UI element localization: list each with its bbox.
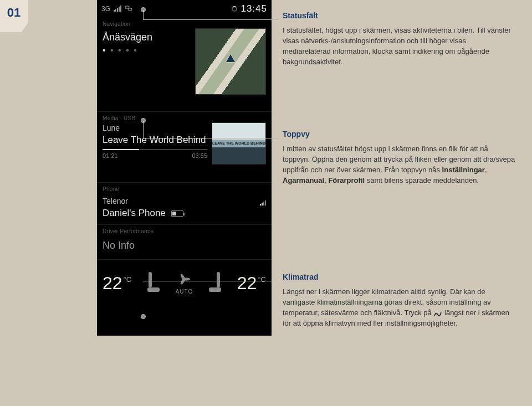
album-art-thumbnail: LEAVE THE WORLD BEHIND (212, 122, 266, 165)
nav-page-dots: • • • • • (103, 45, 191, 55)
section-title: Klimatrad (283, 271, 515, 282)
section-title: Statusfält (283, 10, 515, 21)
phone-carrier: Telenor (103, 197, 128, 205)
climate-left-temp[interactable]: 22 °C (103, 273, 131, 294)
navigation-tile[interactable]: Navigation Ånäsvägen • • • • • (97, 18, 272, 112)
climate-right-temp[interactable]: 22 °C (237, 273, 266, 294)
media-label: Media · USB (97, 112, 272, 122)
nav-arrow-icon (226, 54, 235, 62)
activity-spinner-icon (232, 6, 237, 12)
media-tile[interactable]: Media · USB Lune Leave The World Behind … (97, 112, 272, 183)
perf-value: No Info (103, 240, 266, 251)
pointer-dot (141, 118, 146, 123)
signal-bars-icon (114, 6, 121, 12)
perf-label: Driver Performance (97, 225, 272, 235)
section-body: I statusfältet, högst upp i skärmen, vis… (283, 25, 515, 67)
phone-tile[interactable]: Phone Telenor Daniel's Phone (97, 183, 272, 225)
battery-icon (171, 210, 183, 217)
fan-auto-button[interactable]: AUTO (176, 272, 193, 295)
section-statusfalt: Statusfält I statusfältet, högst upp i s… (283, 10, 515, 68)
conn-label: 3G (101, 5, 110, 13)
phone-device-name: Daniel's Phone (103, 208, 166, 219)
phone-mockup: 3G 13:45 Navigation Ånäsvägen • • • • • … (97, 0, 272, 336)
status-right: 13:45 (232, 3, 267, 14)
clock: 13:45 (241, 3, 267, 14)
section-klimatrad: Klimatrad Längst ner i skärmen ligger kl… (283, 271, 515, 329)
section-toppvy: Toppvy I mitten av statusfältet högst up… (283, 129, 515, 186)
link-icon (125, 5, 132, 13)
nav-map-thumbnail (195, 28, 266, 95)
phone-tile-label: Phone (97, 183, 272, 193)
pointer-line (143, 281, 278, 281)
pointer-dot (141, 7, 146, 12)
seat-heat-right-icon[interactable] (207, 272, 223, 294)
media-track: Leave The World Behind (103, 135, 207, 146)
media-time-elapsed: 01:21 (103, 152, 118, 159)
status-bar: 3G 13:45 (97, 0, 272, 18)
driver-performance-tile[interactable]: Driver Performance No Info (97, 225, 272, 260)
climate-bar[interactable]: 22 °C AUTO 22 °C (97, 260, 272, 306)
fan-label: AUTO (176, 289, 193, 295)
pointer-line (143, 138, 278, 138)
section-title: Toppvy (283, 129, 515, 140)
pointer-line (143, 19, 278, 20)
media-time-total: 03:55 (192, 152, 207, 159)
media-progress[interactable] (103, 149, 207, 150)
page-number-tab: 01 (0, 0, 28, 32)
status-left: 3G (101, 5, 132, 13)
phone-signal-icon (260, 201, 266, 205)
fan-icon (177, 272, 191, 286)
pointer-line (143, 121, 144, 138)
media-artist: Lune (103, 124, 207, 132)
pointer-dot (141, 314, 146, 319)
seat-heat-left-icon[interactable] (145, 272, 162, 294)
section-body: Längst ner i skärmen ligger klimatraden … (283, 287, 515, 328)
nav-destination: Ånäsvägen (103, 32, 191, 43)
section-body: I mitten av statusfältet högst upp i skä… (283, 144, 515, 186)
climate-shortcut-icon (433, 310, 442, 316)
